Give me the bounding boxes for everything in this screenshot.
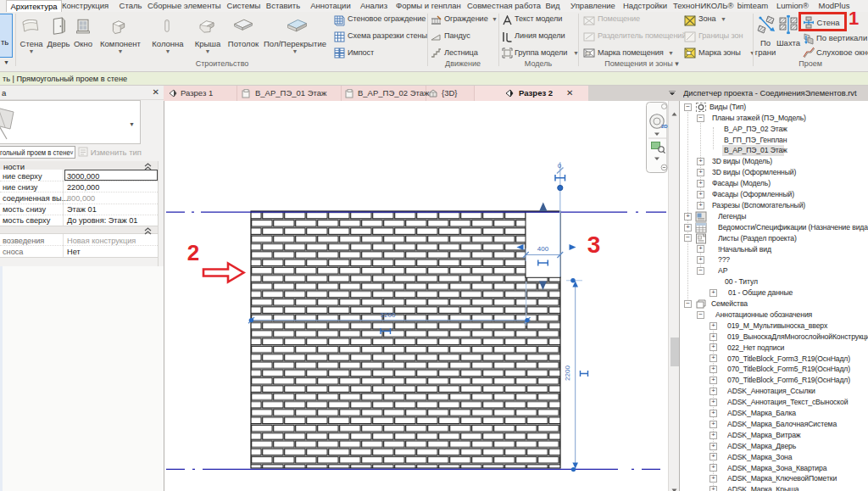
svg-text:400: 400 xyxy=(537,245,549,253)
svg-text:3200: 3200 xyxy=(381,311,396,319)
svg-text:2200: 2200 xyxy=(564,365,571,381)
svg-text:2: 2 xyxy=(187,240,199,265)
svg-text:2D: 2D xyxy=(661,124,668,129)
svg-text:0: 0 xyxy=(558,162,562,170)
svg-text:3: 3 xyxy=(587,232,601,258)
